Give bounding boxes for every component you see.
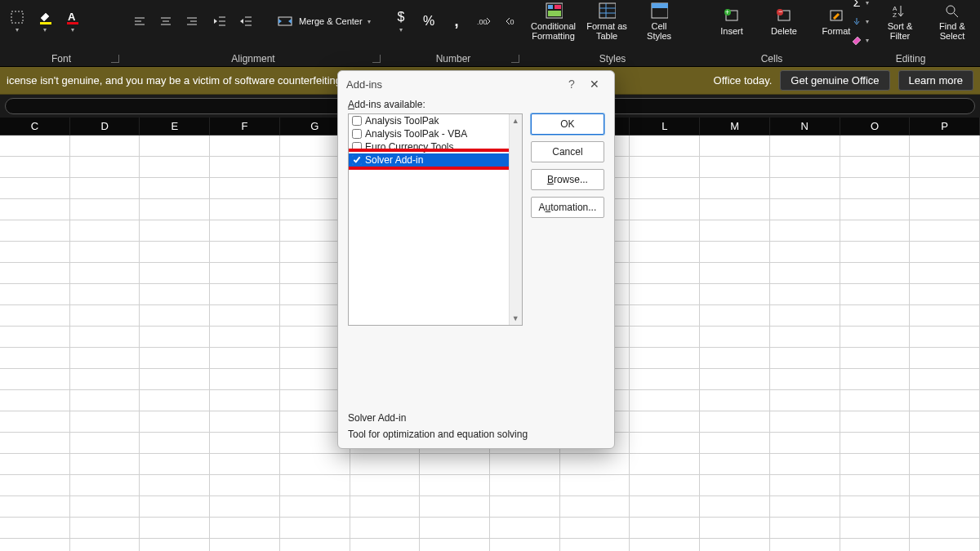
cell[interactable] — [490, 454, 560, 474]
cell[interactable] — [910, 199, 980, 220]
cell[interactable] — [770, 454, 840, 474]
cell[interactable] — [350, 539, 421, 551]
cell[interactable] — [630, 496, 700, 517]
cell[interactable] — [420, 539, 490, 551]
cell[interactable] — [70, 518, 140, 538]
column-header[interactable]: P — [910, 118, 980, 135]
cell[interactable] — [0, 390, 70, 411]
cell[interactable] — [280, 496, 350, 517]
cell[interactable] — [630, 263, 700, 283]
cell[interactable] — [700, 411, 770, 432]
cell[interactable] — [770, 305, 840, 326]
cell[interactable] — [560, 475, 630, 495]
cell[interactable] — [140, 369, 210, 389]
font-dialog-launcher[interactable] — [111, 55, 119, 63]
cell[interactable] — [630, 178, 700, 198]
addin-item[interactable]: Euro Currency Tools — [349, 140, 522, 153]
cell[interactable] — [140, 496, 210, 517]
cell[interactable] — [630, 518, 700, 538]
cell[interactable] — [140, 454, 210, 474]
cell[interactable] — [630, 411, 700, 432]
cell[interactable] — [210, 496, 280, 517]
cell[interactable] — [350, 496, 421, 517]
learn-more-button[interactable]: Learn more — [898, 70, 973, 91]
cell[interactable] — [700, 263, 770, 283]
cell[interactable] — [770, 263, 840, 283]
cell[interactable] — [910, 242, 980, 262]
decrease-decimal-button[interactable]: .0 — [500, 12, 524, 30]
align-right-button[interactable] — [180, 12, 204, 30]
cell[interactable] — [700, 178, 770, 198]
cell[interactable] — [630, 242, 700, 262]
cell[interactable] — [700, 199, 770, 220]
autosum-button[interactable]: Σ▾ — [846, 0, 872, 11]
cell[interactable] — [210, 475, 280, 495]
cell[interactable] — [840, 284, 911, 304]
font-color-button[interactable]: A ▾ — [60, 8, 85, 35]
cell[interactable] — [210, 411, 280, 432]
cell[interactable] — [210, 242, 280, 262]
column-header[interactable]: C — [0, 118, 70, 135]
conditional-formatting-button[interactable]: Conditional Formatting — [528, 0, 579, 42]
align-center-button[interactable] — [154, 12, 178, 30]
cell[interactable] — [140, 199, 210, 220]
fill-color-button[interactable]: ▾ — [33, 8, 57, 35]
cell[interactable] — [700, 284, 770, 304]
cell[interactable] — [140, 242, 210, 262]
cell-styles-button[interactable]: Cell Styles — [635, 0, 684, 42]
cell[interactable] — [770, 496, 840, 517]
cell[interactable] — [700, 475, 770, 495]
cell[interactable] — [560, 539, 630, 551]
cell[interactable] — [700, 136, 770, 156]
cell[interactable] — [140, 433, 210, 453]
cell[interactable] — [770, 348, 840, 368]
addin-checkbox[interactable] — [352, 129, 362, 139]
cell[interactable] — [210, 220, 280, 241]
cell[interactable] — [630, 348, 700, 368]
cell[interactable] — [840, 220, 911, 241]
cell[interactable] — [700, 369, 770, 389]
decrease-indent-button[interactable] — [207, 12, 232, 30]
cancel-button[interactable]: Cancel — [531, 141, 604, 162]
cell[interactable] — [140, 178, 210, 198]
cell[interactable] — [910, 263, 980, 283]
cell[interactable] — [140, 475, 210, 495]
cell[interactable] — [630, 327, 700, 347]
cell[interactable] — [700, 242, 770, 262]
cell[interactable] — [0, 284, 70, 304]
cell[interactable] — [140, 305, 210, 326]
cell[interactable] — [210, 263, 280, 283]
column-header[interactable]: D — [70, 118, 140, 135]
cell[interactable] — [700, 518, 770, 538]
merge-center-button[interactable]: Merge & Center ▾ — [273, 11, 374, 32]
scroll-up-icon[interactable]: ▲ — [510, 114, 522, 127]
cell[interactable] — [840, 348, 911, 368]
cell[interactable] — [70, 348, 140, 368]
cell[interactable] — [630, 136, 700, 156]
cell[interactable] — [70, 454, 140, 474]
cell[interactable] — [700, 157, 770, 177]
listbox-scrollbar[interactable]: ▲ ▼ — [509, 114, 522, 325]
cell[interactable] — [630, 390, 700, 411]
cell[interactable] — [0, 220, 70, 241]
cell[interactable] — [910, 348, 980, 368]
cell[interactable] — [0, 539, 70, 551]
cell[interactable] — [840, 327, 911, 347]
cell[interactable] — [770, 157, 840, 177]
cell[interactable] — [700, 220, 770, 241]
cell[interactable] — [840, 157, 911, 177]
cell[interactable] — [0, 263, 70, 283]
cell[interactable] — [910, 284, 980, 304]
cell[interactable] — [70, 220, 140, 241]
cell[interactable] — [770, 390, 840, 411]
cell[interactable] — [490, 518, 560, 538]
browse-button[interactable]: Browse... — [531, 169, 604, 190]
addin-item-solver[interactable]: Solver Add-in — [349, 153, 522, 167]
cell[interactable] — [840, 454, 911, 474]
cell[interactable] — [630, 369, 700, 389]
cell[interactable] — [700, 454, 770, 474]
cell[interactable] — [770, 242, 840, 262]
cell[interactable] — [560, 496, 630, 517]
cell[interactable] — [700, 327, 770, 347]
cell[interactable] — [140, 348, 210, 368]
